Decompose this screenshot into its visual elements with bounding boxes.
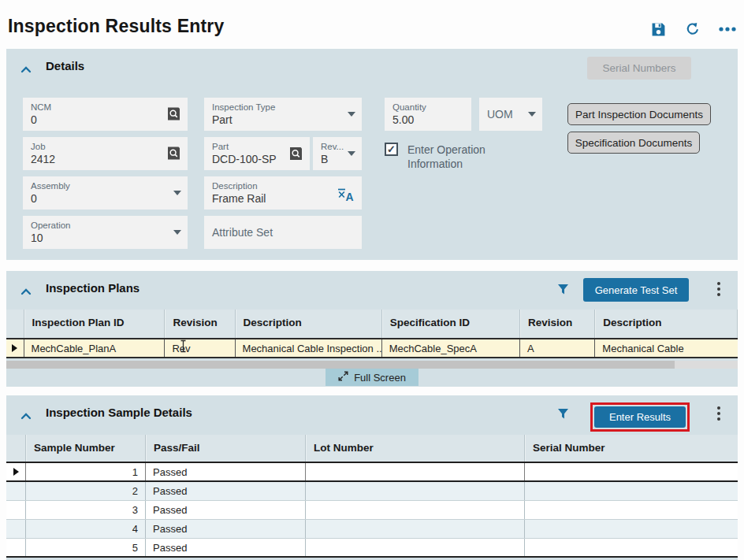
- cell-revision[interactable]: Rev: [165, 339, 235, 357]
- operation-field[interactable]: Operation 10: [23, 216, 188, 249]
- cell-pass-fail[interactable]: Passed: [146, 520, 306, 538]
- cell-lot-number[interactable]: [306, 539, 525, 556]
- cell-lot-number[interactable]: [306, 520, 525, 538]
- row-selector[interactable]: [6, 482, 26, 500]
- description-field[interactable]: Description Frame Rail A: [204, 176, 362, 210]
- inspection-type-field[interactable]: Inspection Type Part: [204, 98, 362, 131]
- column-header[interactable]: Sample Number: [26, 435, 146, 462]
- collapse-chevron-icon[interactable]: [20, 62, 32, 76]
- cell-sample-number[interactable]: 2: [26, 482, 146, 500]
- cell-serial-number[interactable]: [525, 501, 738, 519]
- sample-row[interactable]: 4 Passed: [6, 520, 738, 539]
- part-field[interactable]: Part DCD-100-SP: [204, 137, 310, 170]
- row-selector[interactable]: [6, 463, 26, 480]
- part-inspection-documents-button[interactable]: Part Inspection Documents: [567, 103, 711, 125]
- details-panel: Details Serial Numbers NCM 0 Inspection …: [6, 49, 738, 260]
- column-header[interactable]: Lot Number: [306, 435, 525, 462]
- column-header[interactable]: Revision: [165, 310, 235, 338]
- column-header[interactable]: Serial Number: [525, 435, 738, 462]
- enter-results-button[interactable]: Enter Results: [594, 406, 686, 428]
- specification-documents-button[interactable]: Specification Documents: [567, 132, 700, 154]
- enter-operation-information-checkbox[interactable]: ✓ Enter Operation Information: [385, 143, 534, 171]
- sample-details-section-title: Inspection Sample Details: [46, 406, 192, 419]
- filter-icon[interactable]: [557, 284, 569, 299]
- cell-spec-description[interactable]: Mechanical Cable: [595, 339, 738, 357]
- sample-row[interactable]: 2 Passed: [6, 482, 738, 501]
- cell-serial-number[interactable]: [525, 539, 738, 556]
- cell-serial-number[interactable]: [525, 463, 738, 480]
- more-icon[interactable]: [719, 20, 736, 38]
- column-header[interactable]: Inspection Plan ID: [24, 310, 166, 338]
- generate-test-set-button[interactable]: Generate Test Set: [583, 278, 689, 302]
- sample-row[interactable]: 5 Passed: [6, 539, 738, 558]
- row-selector-header: [6, 435, 26, 462]
- serial-numbers-button[interactable]: Serial Numbers: [587, 57, 691, 80]
- inspection-sample-details-panel: Inspection Sample Details Enter Results …: [6, 395, 738, 560]
- job-field[interactable]: Job 2412: [23, 137, 188, 170]
- chevron-down-icon[interactable]: [173, 191, 181, 195]
- cell-lot-number[interactable]: [306, 463, 525, 480]
- chevron-down-icon[interactable]: [173, 230, 181, 235]
- cell-specification-id[interactable]: MechCable_SpecA: [382, 339, 520, 357]
- cell-lot-number[interactable]: [306, 501, 525, 519]
- chevron-down-icon[interactable]: [348, 112, 355, 117]
- row-selector[interactable]: [6, 501, 26, 519]
- checkbox-checked-icon[interactable]: ✓: [385, 143, 398, 156]
- inspection-plan-row[interactable]: MechCable_PlanA Rev Mechanical Cable Ins…: [6, 338, 738, 358]
- cell-pass-fail[interactable]: Passed: [146, 539, 306, 556]
- column-header[interactable]: Specification ID: [382, 310, 520, 338]
- collapse-chevron-icon[interactable]: [20, 284, 32, 299]
- kebab-menu-icon[interactable]: [713, 280, 724, 298]
- cell-description[interactable]: Mechanical Cable Inspection ...: [236, 339, 382, 357]
- chevron-down-icon[interactable]: [348, 151, 355, 156]
- inspection-plans-section-title: Inspection Plans: [46, 281, 140, 295]
- sample-row[interactable]: 3 Passed: [6, 501, 738, 520]
- assembly-field[interactable]: Assembly 0: [23, 176, 188, 210]
- cell-pass-fail[interactable]: Passed: [146, 482, 306, 500]
- cell-inspection-plan-id[interactable]: MechCable_PlanA: [24, 339, 166, 357]
- filter-icon[interactable]: [557, 408, 569, 423]
- horizontal-scrollbar[interactable]: [6, 361, 738, 369]
- row-selector[interactable]: [6, 339, 24, 357]
- cell-sample-number[interactable]: 4: [26, 520, 146, 538]
- quantity-field[interactable]: Quantity 5.00: [385, 98, 471, 131]
- inspection-plans-panel: Inspection Plans Generate Test Set Inspe…: [6, 271, 738, 387]
- inspection-plans-table-header: Inspection Plan ID Revision Description …: [6, 310, 738, 338]
- cell-lot-number[interactable]: [306, 482, 525, 500]
- search-icon[interactable]: [288, 146, 303, 161]
- cell-sample-number[interactable]: 5: [26, 539, 146, 556]
- red-highlight-box: Enter Results: [590, 402, 690, 432]
- cell-spec-revision[interactable]: A: [520, 339, 595, 357]
- collapse-chevron-icon[interactable]: [20, 409, 32, 423]
- cell-pass-fail[interactable]: Passed: [146, 463, 306, 480]
- expand-icon: [338, 371, 348, 384]
- titlebar-actions: [649, 20, 736, 38]
- column-header[interactable]: Revision: [520, 310, 595, 338]
- cell-sample-number[interactable]: 3: [26, 501, 146, 519]
- translate-icon[interactable]: A: [337, 187, 355, 202]
- column-header[interactable]: Description: [236, 310, 382, 338]
- scrollbar-thumb[interactable]: [6, 361, 675, 369]
- kebab-menu-icon[interactable]: [713, 405, 724, 422]
- chevron-down-icon[interactable]: [528, 112, 536, 117]
- search-icon[interactable]: [166, 107, 181, 122]
- full-screen-button[interactable]: Full Screen: [326, 369, 418, 386]
- rev-field[interactable]: Rev... B: [313, 137, 362, 170]
- cell-serial-number[interactable]: [525, 520, 738, 538]
- column-header[interactable]: Pass/Fail: [146, 435, 306, 462]
- ncm-field[interactable]: NCM 0: [23, 98, 188, 131]
- attribute-set-field[interactable]: Attribute Set: [204, 216, 362, 249]
- column-header[interactable]: Description: [595, 310, 738, 338]
- uom-field[interactable]: UOM: [479, 98, 542, 131]
- search-icon[interactable]: [166, 146, 181, 161]
- row-selector[interactable]: [6, 520, 26, 538]
- row-selector[interactable]: [6, 539, 26, 556]
- undo-icon[interactable]: [684, 20, 701, 38]
- details-section-title: Details: [46, 59, 84, 72]
- cell-serial-number[interactable]: [525, 482, 738, 500]
- cell-pass-fail[interactable]: Passed: [146, 501, 306, 519]
- cell-sample-number[interactable]: 1: [26, 463, 146, 480]
- sample-row[interactable]: 1 Passed: [6, 462, 738, 482]
- save-icon[interactable]: [649, 20, 667, 38]
- row-selector-header: [6, 310, 24, 338]
